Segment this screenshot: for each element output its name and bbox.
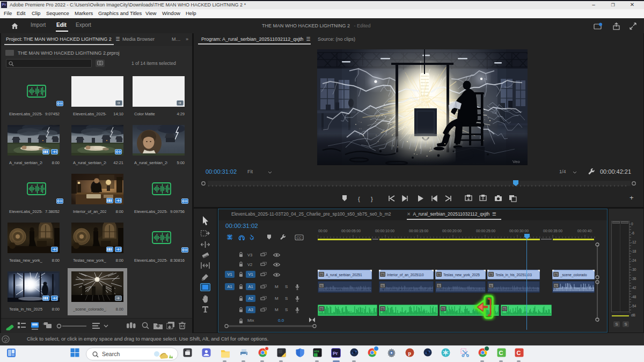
svg-text:Pr: Pr bbox=[333, 351, 338, 356]
svg-text:██: ██ bbox=[314, 353, 318, 357]
svg-text:C: C bbox=[517, 350, 521, 356]
svg-text:CC: CC bbox=[297, 236, 302, 240]
svg-text:Veo: Veo bbox=[513, 159, 520, 164]
svg-text:fx: fx bbox=[43, 322, 46, 326]
svg-text:p: p bbox=[408, 350, 412, 356]
svg-text:{: { bbox=[358, 196, 360, 202]
svg-text:}: } bbox=[371, 196, 373, 202]
svg-text:C: C bbox=[499, 350, 503, 356]
